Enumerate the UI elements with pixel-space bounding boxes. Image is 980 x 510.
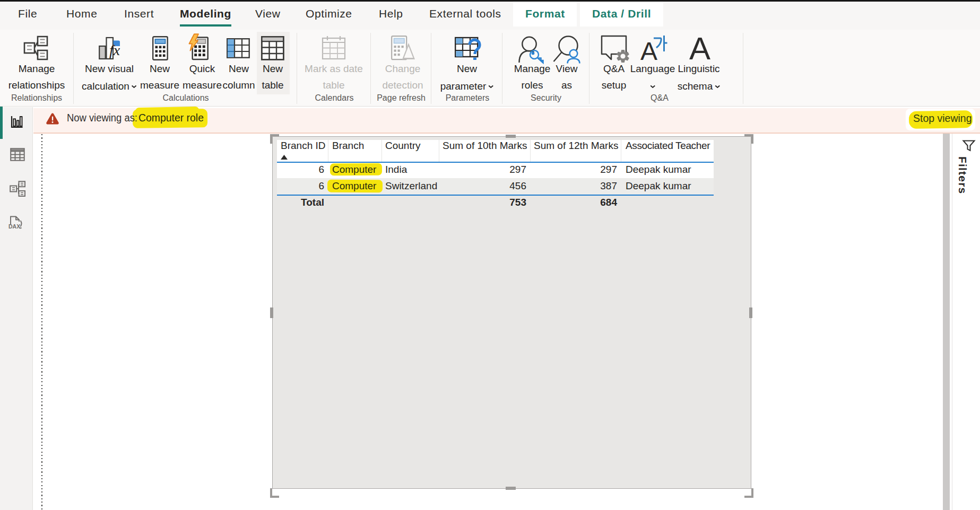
svg-text:fx: fx — [109, 42, 120, 58]
svg-text:A: A — [689, 31, 710, 66]
svg-text:DAX: DAX — [8, 223, 20, 230]
svg-text:A: A — [640, 37, 657, 65]
